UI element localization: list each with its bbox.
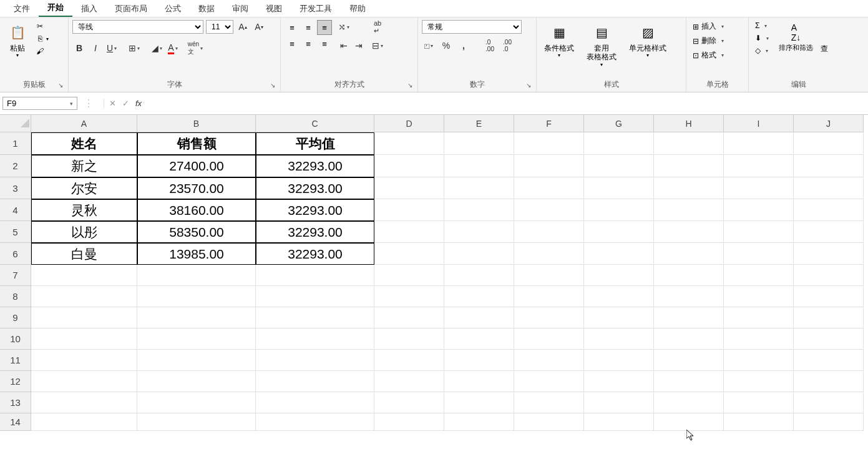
underline-button[interactable]: U	[105, 41, 119, 55]
cell-F9[interactable]	[514, 307, 584, 328]
cell-F8[interactable]	[514, 286, 584, 307]
cell-G13[interactable]	[584, 392, 654, 413]
cell-J14[interactable]	[794, 413, 864, 431]
cell-C7[interactable]	[256, 265, 374, 286]
cell-I6[interactable]	[724, 243, 794, 265]
fill-button[interactable]: ⬇	[753, 32, 771, 44]
cell-G10[interactable]	[584, 328, 654, 350]
cell-E14[interactable]	[444, 413, 514, 431]
cell-G14[interactable]	[584, 413, 654, 431]
cell-E12[interactable]	[444, 371, 514, 392]
wrap-text-button[interactable]: ab↵	[371, 20, 384, 34]
cell-H12[interactable]	[654, 371, 724, 392]
cell-C11[interactable]	[256, 350, 374, 371]
col-header-G[interactable]: G	[584, 115, 654, 132]
cell-D3[interactable]	[374, 177, 444, 199]
cell-D4[interactable]	[374, 199, 444, 221]
cell-H14[interactable]	[654, 413, 724, 431]
cell-I11[interactable]	[724, 350, 794, 371]
cell-E3[interactable]	[444, 177, 514, 199]
bold-button[interactable]: B	[72, 41, 86, 55]
cell-A14[interactable]	[31, 413, 137, 431]
menu-公式[interactable]: 公式	[156, 1, 190, 17]
col-header-C[interactable]: C	[256, 115, 374, 132]
cell-D2[interactable]	[374, 155, 444, 177]
cell-J11[interactable]	[794, 350, 864, 371]
data-cell-C3[interactable]: 32293.00	[256, 177, 374, 199]
accounting-format-button[interactable]: ⏍	[422, 39, 436, 52]
format-cells-button[interactable]: ⊡格式	[690, 49, 726, 62]
cell-I2[interactable]	[724, 155, 794, 177]
cell-G2[interactable]	[584, 155, 654, 177]
increase-indent-button[interactable]: ⇥	[352, 39, 366, 52]
cell-B14[interactable]	[137, 413, 256, 431]
insert-cells-button[interactable]: ⊞插入	[690, 20, 726, 33]
menu-数据[interactable]: 数据	[190, 1, 223, 17]
cell-C13[interactable]	[256, 392, 374, 413]
cell-D6[interactable]	[374, 243, 444, 265]
copy-button[interactable]: ⎘▾	[34, 32, 50, 45]
row-header-2[interactable]: 2	[0, 155, 31, 177]
cell-A11[interactable]	[31, 350, 137, 371]
align-right-button[interactable]: ≡	[317, 36, 332, 51]
data-cell-B3[interactable]: 23570.00	[137, 177, 256, 199]
cell-J10[interactable]	[794, 328, 864, 350]
cell-J2[interactable]	[794, 155, 864, 177]
menu-视图[interactable]: 视图	[257, 1, 291, 17]
cell-I14[interactable]	[724, 413, 794, 431]
cell-A7[interactable]	[31, 265, 137, 286]
cell-H11[interactable]	[654, 350, 724, 371]
cell-G4[interactable]	[584, 199, 654, 221]
data-cell-A6[interactable]: 白曼	[31, 243, 137, 265]
row-header-1[interactable]: 1	[0, 132, 31, 155]
cell-J1[interactable]	[794, 132, 864, 155]
cell-E1[interactable]	[444, 132, 514, 155]
cell-E8[interactable]	[444, 286, 514, 307]
number-launcher[interactable]: ↘	[526, 82, 534, 89]
cell-J3[interactable]	[794, 177, 864, 199]
cell-A9[interactable]	[31, 307, 137, 328]
data-cell-A3[interactable]: 尔安	[31, 177, 137, 199]
alignment-launcher[interactable]: ↘	[407, 82, 415, 89]
cell-H8[interactable]	[654, 286, 724, 307]
cell-E5[interactable]	[444, 221, 514, 243]
row-header-7[interactable]: 7	[0, 265, 31, 286]
menu-帮助[interactable]: 帮助	[341, 1, 374, 17]
format-painter-button[interactable]: 🖌	[34, 45, 50, 57]
cell-H10[interactable]	[654, 328, 724, 350]
data-cell-C4[interactable]: 32293.00	[256, 199, 374, 221]
menu-开始[interactable]: 开始	[39, 0, 72, 17]
cell-J8[interactable]	[794, 286, 864, 307]
decrease-font-button[interactable]: A▾	[252, 20, 266, 34]
cell-J7[interactable]	[794, 265, 864, 286]
align-middle-button[interactable]: ≡	[301, 20, 316, 35]
cell-H2[interactable]	[654, 155, 724, 177]
menu-页面布局[interactable]: 页面布局	[106, 1, 156, 17]
merge-button[interactable]: ⊟	[371, 39, 384, 52]
row-header-5[interactable]: 5	[0, 221, 31, 243]
cell-F3[interactable]	[514, 177, 584, 199]
cell-H4[interactable]	[654, 199, 724, 221]
cell-F6[interactable]	[514, 243, 584, 265]
cell-H9[interactable]	[654, 307, 724, 328]
cell-C10[interactable]	[256, 328, 374, 350]
cell-I4[interactable]	[724, 199, 794, 221]
font-color-button[interactable]: A	[166, 41, 180, 55]
cell-B9[interactable]	[137, 307, 256, 328]
menu-插入[interactable]: 插入	[72, 1, 106, 17]
cell-H5[interactable]	[654, 221, 724, 243]
cell-D9[interactable]	[374, 307, 444, 328]
cell-D14[interactable]	[374, 413, 444, 431]
cell-I1[interactable]	[724, 132, 794, 155]
cell-I7[interactable]	[724, 265, 794, 286]
cell-C12[interactable]	[256, 371, 374, 392]
row-header-3[interactable]: 3	[0, 177, 31, 199]
formula-input[interactable]	[147, 102, 868, 105]
cell-H1[interactable]	[654, 132, 724, 155]
cell-A10[interactable]	[31, 328, 137, 350]
menu-开发工具[interactable]: 开发工具	[291, 1, 341, 17]
align-bottom-button[interactable]: ≡	[317, 20, 332, 35]
cell-D13[interactable]	[374, 392, 444, 413]
cell-F14[interactable]	[514, 413, 584, 431]
cell-H3[interactable]	[654, 177, 724, 199]
